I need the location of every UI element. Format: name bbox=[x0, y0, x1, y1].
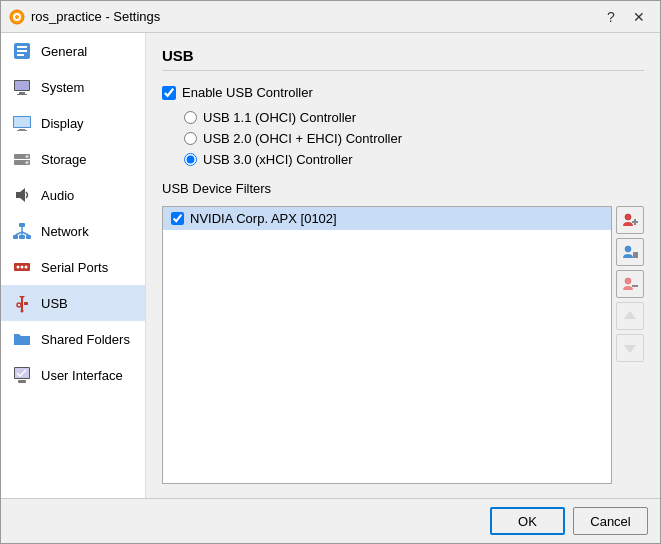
svg-marker-48 bbox=[624, 311, 636, 319]
remove-filter-button[interactable] bbox=[616, 270, 644, 298]
svg-point-35 bbox=[17, 303, 21, 307]
enable-usb-label: Enable USB Controller bbox=[182, 85, 313, 100]
sidebar-item-serial-ports[interactable]: Serial Ports bbox=[1, 249, 145, 285]
window-controls: ? ✕ bbox=[598, 5, 652, 29]
bottom-bar: OK Cancel bbox=[1, 498, 660, 543]
sidebar-label-usb: USB bbox=[41, 296, 68, 311]
svg-point-31 bbox=[25, 266, 28, 269]
sidebar-label-display: Display bbox=[41, 116, 84, 131]
title-bar: ros_practice - Settings ? ✕ bbox=[1, 1, 660, 33]
svg-point-46 bbox=[625, 278, 631, 284]
svg-point-30 bbox=[21, 266, 24, 269]
usb-icon bbox=[11, 292, 33, 314]
svg-point-37 bbox=[21, 310, 24, 313]
svg-rect-6 bbox=[17, 54, 24, 56]
sidebar-item-storage[interactable]: Storage bbox=[1, 141, 145, 177]
main-content: GeneralSystemDisplayStorageAudioNetworkS… bbox=[1, 33, 660, 498]
svg-rect-5 bbox=[17, 50, 27, 52]
filter-list[interactable]: NVIDIA Corp. APX [0102] bbox=[162, 206, 612, 484]
svg-rect-10 bbox=[17, 94, 27, 95]
edit-filter-button[interactable] bbox=[616, 238, 644, 266]
sidebar: GeneralSystemDisplayStorageAudioNetworkS… bbox=[1, 33, 146, 498]
svg-line-27 bbox=[22, 232, 29, 235]
svg-marker-33 bbox=[19, 296, 25, 299]
cancel-button[interactable]: Cancel bbox=[573, 507, 648, 535]
ok-button[interactable]: OK bbox=[490, 507, 565, 535]
move-up-button bbox=[616, 302, 644, 330]
usb-option-usb30: USB 3.0 (xHCI) Controller bbox=[184, 152, 644, 167]
sidebar-item-network[interactable]: Network bbox=[1, 213, 145, 249]
display-icon bbox=[11, 112, 33, 134]
usb30-label: USB 3.0 (xHCI) Controller bbox=[203, 152, 353, 167]
sidebar-label-shared-folders: Shared Folders bbox=[41, 332, 130, 347]
usb30-radio[interactable] bbox=[184, 153, 197, 166]
svg-rect-4 bbox=[17, 46, 27, 48]
general-icon bbox=[11, 40, 33, 62]
svg-point-41 bbox=[625, 214, 631, 220]
enable-usb-row: Enable USB Controller bbox=[162, 85, 644, 100]
sidebar-label-network: Network bbox=[41, 224, 89, 239]
storage-icon bbox=[11, 148, 33, 170]
svg-rect-23 bbox=[26, 235, 31, 239]
network-icon bbox=[11, 220, 33, 242]
usb11-radio[interactable] bbox=[184, 111, 197, 124]
window-title: ros_practice - Settings bbox=[31, 9, 598, 24]
sidebar-item-general[interactable]: General bbox=[1, 33, 145, 69]
svg-rect-8 bbox=[15, 81, 29, 90]
svg-rect-45 bbox=[633, 252, 638, 258]
filter-area: NVIDIA Corp. APX [0102] bbox=[162, 206, 644, 484]
main-panel: USB Enable USB Controller USB 1.1 (OHCI)… bbox=[146, 33, 660, 498]
filter-item-label: NVIDIA Corp. APX [0102] bbox=[190, 211, 337, 226]
svg-rect-13 bbox=[19, 129, 25, 130]
usb-option-usb11: USB 1.1 (OHCI) Controller bbox=[184, 110, 644, 125]
svg-line-25 bbox=[16, 232, 23, 235]
svg-point-29 bbox=[17, 266, 20, 269]
sidebar-item-user-interface[interactable]: User Interface bbox=[1, 357, 145, 393]
svg-point-2 bbox=[15, 15, 19, 19]
device-filters-label: USB Device Filters bbox=[162, 181, 644, 196]
help-button[interactable]: ? bbox=[598, 5, 624, 29]
sidebar-item-shared-folders[interactable]: Shared Folders bbox=[1, 321, 145, 357]
svg-point-18 bbox=[26, 161, 29, 164]
section-title: USB bbox=[162, 47, 644, 71]
system-icon bbox=[11, 76, 33, 98]
sidebar-label-system: System bbox=[41, 80, 84, 95]
svg-marker-19 bbox=[16, 188, 25, 202]
enable-usb-checkbox[interactable] bbox=[162, 86, 176, 100]
filter-buttons-panel bbox=[616, 206, 644, 484]
svg-rect-21 bbox=[13, 235, 18, 239]
usb11-label: USB 1.1 (OHCI) Controller bbox=[203, 110, 356, 125]
svg-rect-22 bbox=[19, 235, 25, 239]
svg-rect-12 bbox=[14, 117, 30, 127]
move-down-button bbox=[616, 334, 644, 362]
sidebar-item-system[interactable]: System bbox=[1, 69, 145, 105]
svg-rect-9 bbox=[19, 92, 25, 94]
sidebar-label-audio: Audio bbox=[41, 188, 74, 203]
usb20-radio[interactable] bbox=[184, 132, 197, 145]
svg-point-44 bbox=[625, 246, 631, 252]
settings-window: ros_practice - Settings ? ✕ GeneralSyste… bbox=[0, 0, 661, 544]
sidebar-label-general: General bbox=[41, 44, 87, 59]
usb20-label: USB 2.0 (OHCI + EHCI) Controller bbox=[203, 131, 402, 146]
svg-rect-20 bbox=[19, 223, 25, 227]
filter-item-checkbox[interactable] bbox=[171, 212, 184, 225]
sidebar-label-storage: Storage bbox=[41, 152, 87, 167]
sidebar-item-display[interactable]: Display bbox=[1, 105, 145, 141]
audio-icon bbox=[11, 184, 33, 206]
close-button[interactable]: ✕ bbox=[626, 5, 652, 29]
add-filter-button[interactable] bbox=[616, 206, 644, 234]
sidebar-item-usb[interactable]: USB bbox=[1, 285, 145, 321]
svg-point-17 bbox=[26, 155, 29, 158]
sidebar-label-user-interface: User Interface bbox=[41, 368, 123, 383]
user-interface-icon bbox=[11, 364, 33, 386]
app-icon bbox=[9, 9, 25, 25]
serial-ports-icon bbox=[11, 256, 33, 278]
filter-list-item[interactable]: NVIDIA Corp. APX [0102] bbox=[163, 207, 611, 230]
svg-rect-34 bbox=[24, 302, 28, 305]
svg-rect-40 bbox=[18, 380, 26, 383]
usb-version-group: USB 1.1 (OHCI) ControllerUSB 2.0 (OHCI +… bbox=[162, 110, 644, 167]
svg-marker-49 bbox=[624, 345, 636, 353]
sidebar-item-audio[interactable]: Audio bbox=[1, 177, 145, 213]
shared-folders-icon bbox=[11, 328, 33, 350]
usb-option-usb20: USB 2.0 (OHCI + EHCI) Controller bbox=[184, 131, 644, 146]
